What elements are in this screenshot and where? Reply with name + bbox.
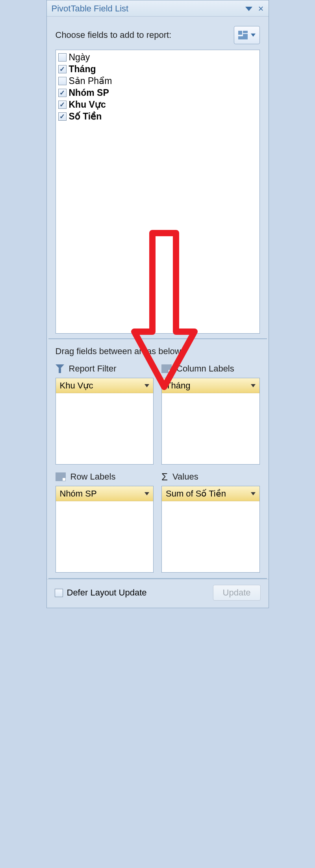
footer: Defer Layout Update Update <box>47 579 269 608</box>
row-labels-area: Row Labels Nhóm SP <box>56 472 154 573</box>
field-row[interactable]: Khu Vực <box>57 99 258 111</box>
values-area: Σ Values Sum of Số Tiền <box>161 472 260 573</box>
column-labels-list[interactable]: Tháng <box>161 378 260 465</box>
pivot-field-list-panel: PivotTable Field List × Choose fields to… <box>46 0 269 608</box>
close-icon[interactable]: × <box>258 4 263 13</box>
update-button[interactable]: Update <box>213 585 261 601</box>
titlebar-controls: × <box>245 4 263 13</box>
field-choose-section: Choose fields to add to report: Ngày Thá… <box>47 17 269 338</box>
field-checkbox[interactable] <box>58 77 67 85</box>
field-checkbox[interactable] <box>58 65 67 73</box>
field-row[interactable]: Tháng <box>57 63 258 75</box>
report-filter-area: Report Filter Khu Vực <box>56 364 154 465</box>
area-title: Row Labels <box>70 472 116 482</box>
report-filter-list[interactable]: Khu Vực <box>56 378 154 465</box>
defer-label: Defer Layout Update <box>67 588 147 598</box>
choose-fields-label: Choose fields to add to report: <box>56 30 172 40</box>
drag-areas-section: Drag fields between areas below: Report … <box>47 339 269 578</box>
field-checkbox[interactable] <box>58 53 67 62</box>
field-checkbox[interactable] <box>58 89 67 97</box>
area-field-label: Khu Vực <box>60 381 93 391</box>
chevron-down-icon[interactable] <box>251 384 256 387</box>
column-labels-area: Column Labels Tháng <box>161 364 260 465</box>
panel-dropdown-icon[interactable] <box>245 7 252 11</box>
area-title: Values <box>172 472 198 482</box>
available-fields-list[interactable]: Ngày Tháng Sản Phẩm Nhóm SP Khu Vực Số T… <box>56 50 260 334</box>
values-list[interactable]: Sum of Số Tiền <box>161 486 260 573</box>
field-label: Ngày <box>69 52 90 63</box>
area-title: Report Filter <box>69 364 117 374</box>
field-row[interactable]: Sản Phẩm <box>57 75 258 87</box>
area-field-item[interactable]: Tháng <box>162 378 259 393</box>
titlebar: PivotTable Field List × <box>47 0 269 17</box>
drag-instruction-label: Drag fields between areas below: <box>56 346 260 357</box>
defer-checkbox[interactable] <box>55 589 63 597</box>
field-label: Sản Phẩm <box>69 76 112 86</box>
field-row[interactable]: Số Tiền <box>57 111 258 123</box>
chevron-down-icon[interactable] <box>251 492 256 495</box>
area-field-item[interactable]: Sum of Số Tiền <box>162 486 259 501</box>
field-label: Khu Vực <box>69 99 106 110</box>
area-field-label: Tháng <box>166 381 190 391</box>
chevron-down-icon[interactable] <box>145 492 149 495</box>
layout-icon <box>238 31 248 39</box>
layout-options-button[interactable] <box>234 26 260 44</box>
area-field-item[interactable]: Nhóm SP <box>56 486 154 501</box>
area-title: Column Labels <box>176 364 234 374</box>
area-field-item[interactable]: Khu Vực <box>56 378 154 393</box>
field-checkbox[interactable] <box>58 101 67 109</box>
field-label: Tháng <box>69 64 96 75</box>
filter-icon <box>56 364 64 373</box>
chevron-down-icon <box>251 34 256 37</box>
field-row[interactable]: Nhóm SP <box>57 87 258 99</box>
area-field-label: Sum of Số Tiền <box>166 489 226 499</box>
field-checkbox[interactable] <box>58 112 67 121</box>
chevron-down-icon[interactable] <box>145 384 149 387</box>
field-row[interactable]: Ngày <box>57 52 258 63</box>
panel-title: PivotTable Field List <box>52 4 129 14</box>
table-icon <box>161 364 172 373</box>
row-labels-list[interactable]: Nhóm SP <box>56 486 154 573</box>
field-label: Nhóm SP <box>69 88 109 98</box>
area-field-label: Nhóm SP <box>60 489 97 499</box>
field-label: Số Tiền <box>69 111 102 122</box>
sigma-icon: Σ <box>161 472 168 482</box>
table-icon <box>56 472 66 481</box>
